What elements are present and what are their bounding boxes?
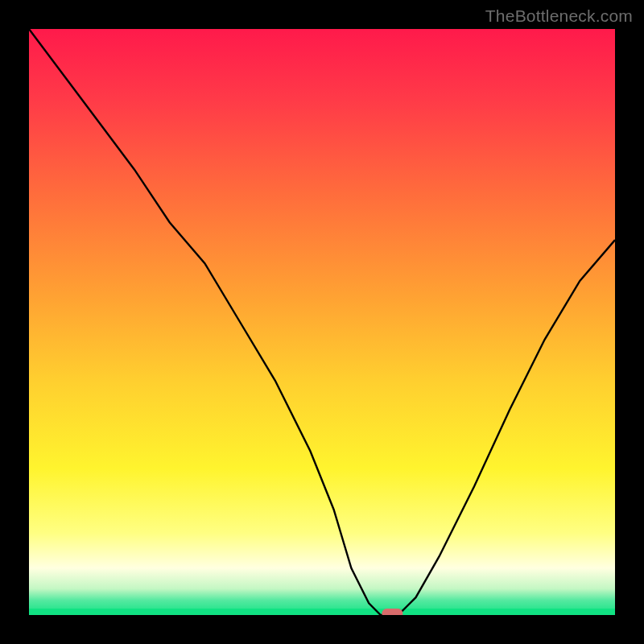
zero-bottleneck-band <box>29 609 615 615</box>
optimal-point-marker <box>382 609 402 615</box>
watermark-text: TheBottleneck.com <box>485 6 633 26</box>
plot-area <box>29 29 615 615</box>
gradient-background <box>29 29 615 615</box>
bottleneck-chart <box>29 29 615 615</box>
chart-frame: TheBottleneck.com <box>0 0 644 644</box>
